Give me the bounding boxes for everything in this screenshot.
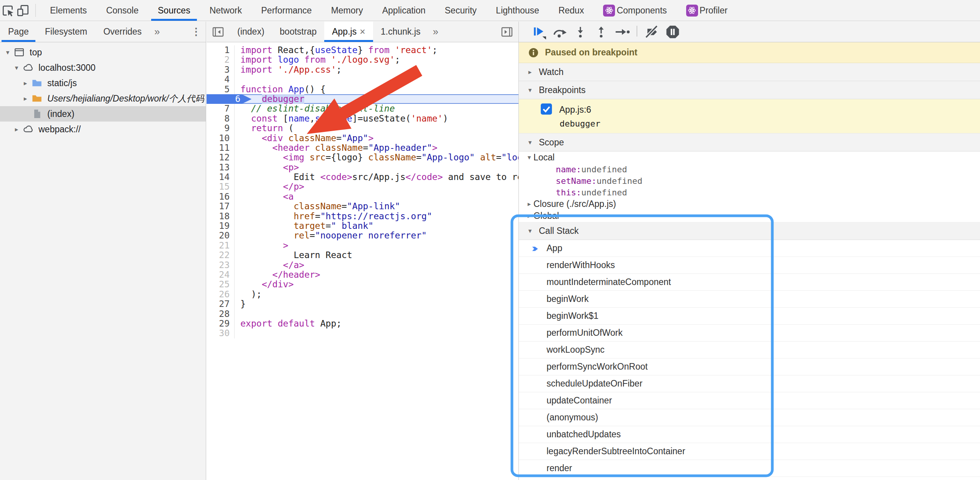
step-button[interactable] (613, 23, 630, 40)
file-tab-1-chunk-js[interactable]: 1.chunk.js (373, 22, 428, 42)
file-tab-app-js[interactable]: App.js× (324, 22, 373, 42)
callstack-frame-legacyrendersubtreeintocontainer[interactable]: legacyRenderSubtreeIntoContainer (519, 443, 980, 460)
code-view[interactable]: 1import React,{useState} from 'react';2i… (207, 42, 518, 480)
callstack-frame-performunitofwork[interactable]: performUnitOfWork (519, 325, 980, 342)
line-number[interactable]: 13 (207, 163, 235, 172)
callstack-frame-beginwork-1[interactable]: beginWork$1 (519, 308, 980, 325)
line-number[interactable]: 11 (207, 143, 235, 153)
disclosure-icon[interactable]: ▾ (527, 227, 533, 235)
line-number[interactable]: 17 (207, 202, 235, 211)
tab-elements[interactable]: Elements (40, 0, 97, 21)
line-number[interactable]: 19 (207, 221, 235, 231)
line-number[interactable]: 24 (207, 270, 235, 280)
disclosure-icon[interactable]: ▾ (3, 48, 12, 57)
navigator-tab-page[interactable]: Page (0, 22, 37, 42)
line-number[interactable]: 5 (207, 85, 235, 94)
scope-group-local[interactable]: ▾Local (519, 152, 980, 163)
file-tab-index[interactable]: (index) (230, 22, 272, 42)
disclosure-icon[interactable]: ▾ (527, 86, 533, 94)
tab-memory[interactable]: Memory (322, 0, 373, 21)
navigator-tab-filesystem[interactable]: Filesystem (37, 22, 95, 42)
line-number[interactable]: 23 (207, 260, 235, 270)
line-number[interactable]: 29 (207, 319, 235, 328)
pause-on-exceptions-button[interactable] (664, 23, 681, 40)
callstack-frame-mountindeterminatecomponent[interactable]: mountIndeterminateComponent (519, 274, 980, 291)
callstack-frame-unbatchedupdates[interactable]: unbatchedUpdates (519, 426, 980, 443)
step-out-button[interactable] (593, 23, 610, 40)
watch-section-header[interactable]: ▸ Watch (519, 63, 980, 81)
disclosure-icon[interactable]: ▸ (12, 125, 21, 133)
callstack-frame-scheduleupdateonfiber[interactable]: scheduleUpdateOnFiber (519, 375, 980, 392)
line-number[interactable]: 20 (207, 231, 235, 240)
tree-item-static-js[interactable]: ▸static/js (0, 75, 206, 91)
line-number[interactable]: 21 (207, 241, 235, 250)
line-number[interactable]: 1 (207, 45, 235, 55)
tab-security[interactable]: Security (435, 0, 486, 21)
tab-profiler[interactable]: Profiler (677, 0, 737, 21)
callstack-section-header[interactable]: ▾ Call Stack (519, 222, 980, 240)
toggle-navigator-icon[interactable] (207, 22, 230, 42)
tree-item-webpack[interactable]: ▸webpack:// (0, 122, 206, 137)
line-number[interactable]: 9 (207, 123, 235, 133)
tree-item-index[interactable]: (index) (0, 106, 206, 122)
execution-pointer-line-number[interactable]: 6 (207, 94, 252, 104)
disclosure-icon[interactable]: ▾ (525, 153, 533, 162)
line-number[interactable]: 4 (207, 75, 235, 84)
overflow-menu-icon[interactable]: ⋮ (187, 22, 206, 42)
callstack-frame-render[interactable]: render (519, 460, 980, 477)
deactivate-breakpoints-button[interactable] (643, 23, 660, 40)
resume-button[interactable] (530, 23, 547, 40)
scope-group-global[interactable]: ▸Global (519, 210, 980, 222)
line-number[interactable]: 22 (207, 250, 235, 260)
line-number[interactable]: 30 (207, 328, 235, 338)
disclosure-icon[interactable]: ▸ (21, 79, 30, 87)
line-number[interactable]: 18 (207, 212, 235, 221)
navigator-tab-overrides[interactable]: Overrides (95, 22, 150, 42)
disclosure-icon[interactable]: ▾ (12, 64, 21, 72)
breakpoint-entry[interactable]: App.js:6debugger (519, 99, 980, 133)
disclosure-icon[interactable]: ▸ (525, 212, 533, 220)
tree-item-users-hejialiang-desktop-work[interactable]: ▸Users/hejialiang/Desktop/work/个人代码 (0, 91, 206, 106)
disclosure-icon[interactable]: ▸ (525, 200, 533, 208)
callstack-frame-anonymous[interactable]: (anonymous) (519, 409, 980, 426)
scope-variable-setname[interactable]: setName: undefined (519, 175, 980, 187)
line-number[interactable]: 15 (207, 182, 235, 192)
close-tab-icon[interactable]: × (360, 27, 365, 37)
step-into-button[interactable] (572, 23, 589, 40)
scope-section-header[interactable]: ▾ Scope (519, 133, 980, 152)
breakpoint-checkbox[interactable] (540, 103, 552, 117)
callstack-frame-workloopsync[interactable]: workLoopSync (519, 342, 980, 358)
callstack-frame-app[interactable]: App (519, 240, 980, 257)
disclosure-icon[interactable]: ▸ (527, 68, 533, 76)
scope-variable-name[interactable]: name: undefined (519, 163, 980, 175)
line-number[interactable]: 14 (207, 172, 235, 182)
line-number[interactable]: 27 (207, 299, 235, 309)
line-number[interactable]: 2 (207, 55, 235, 65)
callstack-frame-updatecontainer[interactable]: updateContainer (519, 392, 980, 409)
tab-application[interactable]: Application (373, 0, 435, 21)
tab-redux[interactable]: Redux (549, 0, 593, 21)
tab-components[interactable]: Components (593, 0, 676, 21)
more-tabs-icon[interactable]: » (150, 22, 164, 42)
line-number[interactable]: 10 (207, 133, 235, 143)
tab-network[interactable]: Network (200, 0, 252, 21)
line-number[interactable]: 7 (207, 104, 235, 113)
device-toolbar-icon[interactable] (15, 3, 31, 18)
line-number[interactable]: 28 (207, 309, 235, 319)
callstack-frame-performsyncworkonroot[interactable]: performSyncWorkOnRoot (519, 358, 980, 375)
file-tab-bootstrap[interactable]: bootstrap (272, 22, 324, 42)
line-number[interactable]: 3 (207, 65, 235, 75)
line-number[interactable]: 8 (207, 114, 235, 123)
breakpoints-section-header[interactable]: ▾ Breakpoints (519, 81, 980, 99)
scope-variable-this[interactable]: this: undefined (519, 187, 980, 198)
scope-group-closure-src-app-js[interactable]: ▸Closure (./src/App.js) (519, 198, 980, 210)
tab-sources[interactable]: Sources (148, 0, 200, 21)
tree-item-top[interactable]: ▾top (0, 45, 206, 60)
line-number[interactable]: 26 (207, 290, 235, 299)
disclosure-icon[interactable]: ▸ (21, 95, 30, 103)
line-number[interactable]: 12 (207, 153, 235, 162)
tab-performance[interactable]: Performance (252, 0, 322, 21)
line-number[interactable]: 25 (207, 280, 235, 289)
callstack-frame-renderwithhooks[interactable]: renderWithHooks (519, 257, 980, 274)
disclosure-icon[interactable]: ▾ (527, 138, 533, 147)
